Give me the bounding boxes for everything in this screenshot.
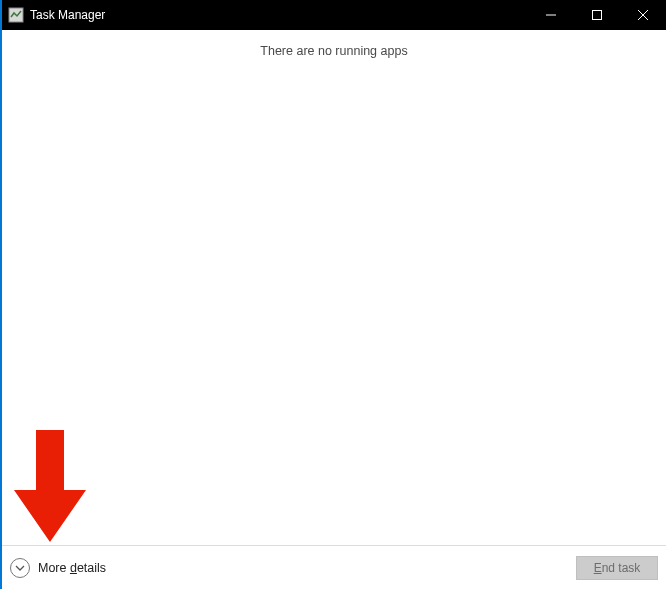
close-button[interactable] [620,0,666,30]
empty-state-message: There are no running apps [2,30,666,58]
chevron-down-circle-icon [10,558,30,578]
window-title: Task Manager [30,8,105,22]
svg-rect-2 [593,11,602,20]
task-manager-icon [8,7,24,23]
end-task-label: End task [594,561,641,575]
window-controls [528,0,666,30]
minimize-button[interactable] [528,0,574,30]
end-task-button[interactable]: End task [576,556,658,580]
maximize-button[interactable] [574,0,620,30]
svg-marker-5 [14,430,86,542]
titlebar: Task Manager [0,0,666,30]
more-details-label: More details [38,561,106,575]
annotation-arrow-icon [14,430,86,542]
content-area: There are no running apps [2,30,666,545]
more-details-button[interactable]: More details [10,558,106,578]
footer: More details End task [2,545,666,589]
